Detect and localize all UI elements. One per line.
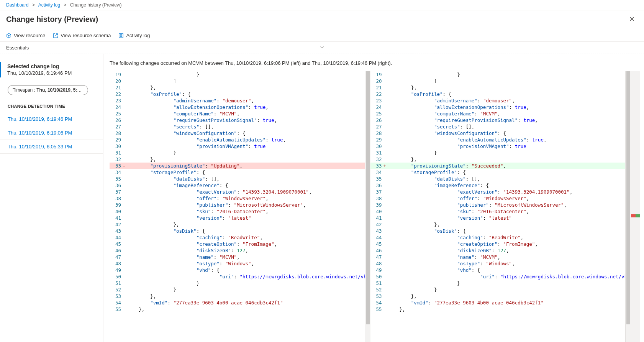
time-list: Thu, 10/10/2019, 6:19:46 PMThu, 10/10/20…: [0, 112, 103, 154]
code-line: 25 "computerName": "MCVM",: [110, 110, 365, 117]
breadcrumb-dashboard[interactable]: Dashboard: [6, 2, 29, 8]
code-line: 40 "sku": "2016-Datacenter",: [110, 208, 365, 215]
timespan-filter[interactable]: Timespan : Thu, 10/10/2019, 5:48:...: [8, 85, 88, 95]
code-line: 50 "uri": "https://mcwrgdisks.blob.core.…: [110, 273, 365, 280]
code-line: 49 "vhd": {: [110, 267, 365, 273]
code-line: 55 },: [370, 306, 626, 312]
code-line: 23 "adminUsername": "demouser",: [110, 97, 365, 104]
code-line: 43 "osDisk": {: [370, 228, 626, 234]
code-line: 28 "windowsConfiguration": {: [110, 130, 365, 136]
code-line: 26 "requireGuestProvisionSignal": true,: [370, 117, 626, 123]
code-line: 24 "allowExtensionOperations": true,: [110, 104, 365, 110]
code-line: 25 "computerName": "MCVM",: [370, 110, 626, 117]
code-line: 49 "vhd": {: [370, 267, 626, 273]
code-line: 41 "version": "latest": [110, 215, 365, 221]
breadcrumb: Dashboard > Activity log > Change histor…: [0, 0, 644, 10]
close-button[interactable]: ✕: [626, 13, 638, 25]
code-line: 38 "offer": "WindowsServer",: [110, 195, 365, 202]
code-line: 45 "createOption": "FromImage",: [370, 241, 626, 247]
code-line: 29 "enableAutomaticUpdates": true,: [110, 136, 365, 143]
selected-log-time: Thu, 10/10/2019, 6:19:46 PM: [7, 70, 97, 76]
code-line: 27 "secrets": [],: [370, 123, 626, 130]
code-line: 22 "osProfile": {: [110, 91, 365, 97]
code-line: 41 "version": "latest": [370, 215, 626, 221]
view-resource-button[interactable]: View resource: [6, 33, 45, 38]
code-line: 44 "caching": "ReadWrite",: [370, 234, 626, 241]
diff-right-pane[interactable]: 19 }20 ]21 },22 "osProfile": {23 "adminU…: [370, 71, 626, 342]
code-line: 36 "imageReference": {: [110, 182, 365, 189]
code-line: 35 "dataDisks": [],: [110, 176, 365, 182]
code-line: 29 "enableAutomaticUpdates": true,: [370, 136, 626, 143]
code-line: 34 "storageProfile": {: [370, 169, 626, 176]
code-line: 24 "allowExtensionOperations": true,: [370, 104, 626, 110]
code-line: 52 }: [110, 286, 365, 293]
code-line: 54 "vmId": "277ea33e-9603-4b00-acae-046c…: [370, 299, 626, 306]
code-line: 28 "windowsConfiguration": {: [370, 130, 626, 136]
essentials-section[interactable]: Essentials ︾: [0, 42, 644, 54]
code-line: 31 }: [370, 150, 626, 156]
code-line: 43 "osDisk": {: [110, 228, 365, 234]
code-line: 45 "createOption": "FromImage",: [110, 241, 365, 247]
code-line: 46 "diskSizeGB": 127,: [110, 247, 365, 254]
right-scrollbar[interactable]: [626, 71, 631, 342]
code-line: 30 "provisionVMAgent": true: [110, 143, 365, 150]
code-line: 55 },: [110, 306, 365, 312]
code-line: 47 "name": "MCVM",: [110, 254, 365, 260]
code-line: 37 "exactVersion": "14393.3204.190907000…: [370, 189, 626, 195]
diff-minimap[interactable]: [631, 71, 640, 342]
code-line: 33+ "provisioningState": "Succeeded",: [370, 163, 626, 169]
code-line: 39 "publisher": "MicrosoftWindowsServer"…: [110, 202, 365, 208]
code-line: 42 },: [370, 221, 626, 228]
code-line: 44 "caching": "ReadWrite",: [110, 234, 365, 241]
code-line: 35 "dataDisks": [],: [370, 176, 626, 182]
code-line: 42 },: [110, 221, 365, 228]
collapse-icon[interactable]: ︾: [320, 45, 324, 51]
essentials-label: Essentials: [6, 45, 29, 51]
code-line: 38 "offer": "WindowsServer",: [370, 195, 626, 202]
diff-left-pane[interactable]: 19 }20 ]21 },22 "osProfile": {23 "adminU…: [110, 71, 365, 342]
selected-change-log: Selected change log Thu, 10/10/2019, 6:1…: [0, 62, 103, 77]
time-item[interactable]: Thu, 10/10/2019, 6:05:33 PM: [0, 140, 103, 154]
code-line: 27 "secrets": [],: [110, 123, 365, 130]
content-area: The following changes occurred on MCVM b…: [103, 54, 644, 342]
code-line: 48 "osType": "Windows",: [110, 260, 365, 267]
code-line: 32 },: [370, 156, 626, 163]
code-line: 51 }: [370, 280, 626, 286]
code-line: 39 "publisher": "MicrosoftWindowsServer"…: [370, 202, 626, 208]
activity-log-button[interactable]: Activity log: [118, 33, 150, 38]
code-line: 40 "sku": "2016-Datacenter",: [370, 208, 626, 215]
breadcrumb-current: Change history (Preview): [70, 2, 122, 8]
code-line: 52 }: [370, 286, 626, 293]
cube-icon: [6, 33, 11, 38]
sidebar: Selected change log Thu, 10/10/2019, 6:1…: [0, 54, 103, 342]
code-line: 21 },: [370, 84, 626, 91]
code-line: 53 },: [110, 293, 365, 299]
code-line: 21 },: [110, 84, 365, 91]
code-line: 19 }: [110, 71, 365, 78]
code-line: 51 }: [110, 280, 365, 286]
diff-view: 19 }20 ]21 },22 "osProfile": {23 "adminU…: [110, 71, 640, 342]
code-line: 36 "imageReference": {: [370, 182, 626, 189]
code-line: 33- "provisioningState": "Updating",: [110, 163, 365, 169]
toolbar: View resource View resource schema Activ…: [0, 30, 644, 42]
code-line: 53 },: [370, 293, 626, 299]
code-line: 46 "diskSizeGB": 127,: [370, 247, 626, 254]
code-line: 20 ]: [370, 78, 626, 84]
code-line: 34 "storageProfile": {: [110, 169, 365, 176]
code-line: 23 "adminUsername": "demouser",: [370, 97, 626, 104]
change-description: The following changes occurred on MCVM b…: [110, 60, 640, 66]
change-detection-time-label: CHANGE DETECTION TIME: [0, 104, 103, 112]
code-line: 31 }: [110, 150, 365, 156]
time-item[interactable]: Thu, 10/10/2019, 6:19:06 PM: [0, 126, 103, 140]
code-line: 20 ]: [110, 78, 365, 84]
breadcrumb-activity-log[interactable]: Activity log: [38, 2, 60, 8]
code-line: 54 "vmId": "277ea33e-9603-4b00-acae-046c…: [110, 299, 365, 306]
list-icon: [118, 33, 124, 38]
code-line: 30 "provisionVMAgent": true: [370, 143, 626, 150]
code-line: 37 "exactVersion": "14393.3204.190907000…: [110, 189, 365, 195]
code-line: 47 "name": "MCVM",: [370, 254, 626, 260]
code-line: 48 "osType": "Windows",: [370, 260, 626, 267]
left-scrollbar[interactable]: [365, 71, 370, 342]
view-resource-schema-button[interactable]: View resource schema: [53, 33, 111, 38]
time-item[interactable]: Thu, 10/10/2019, 6:19:46 PM: [0, 112, 103, 126]
